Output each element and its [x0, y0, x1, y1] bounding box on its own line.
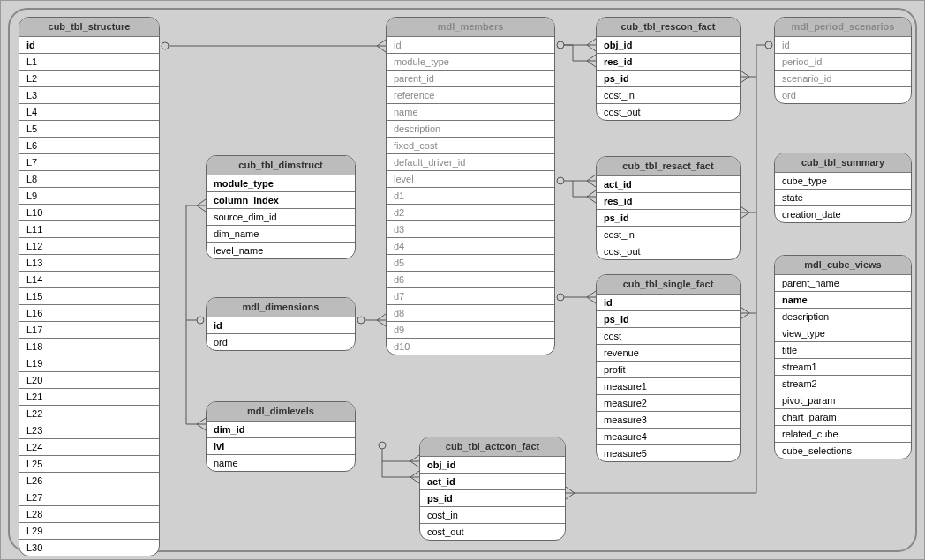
column-measure3: measure3	[597, 412, 740, 429]
column-name: name	[207, 455, 355, 471]
column-dim-id: dim_id	[207, 422, 355, 438]
entity-cub-tbl-dimstruct[interactable]: cub_tbl_dimstructmodule_typecolumn_index…	[206, 155, 356, 259]
column-period-id: period_id	[775, 54, 911, 71]
entity-header: cub_tbl_structure	[19, 18, 159, 37]
column-stream2: stream2	[775, 376, 911, 392]
column-L16: L16	[19, 305, 159, 322]
column-profit: profit	[597, 362, 740, 378]
column-module-type: module_type	[207, 175, 355, 192]
entity-header: mdl_dimensions	[207, 298, 355, 317]
column-measure2: measure2	[597, 395, 740, 412]
column-res-id: res_id	[597, 54, 740, 71]
column-related-cube: related_cube	[775, 426, 911, 443]
column-title: title	[775, 342, 911, 359]
column-L12: L12	[19, 238, 159, 255]
column-name: name	[775, 292, 911, 309]
column-d2: d2	[387, 205, 554, 221]
column-cost-out: cost_out	[420, 524, 565, 540]
entity-cub-tbl-rescon-fact[interactable]: cub_tbl_rescon_factobj_idres_idps_idcost…	[596, 17, 741, 121]
column-act-id: act_id	[420, 474, 565, 490]
entity-mdl-period-scenarios[interactable]: mdl_period_scenariosidperiod_idscenario_…	[774, 17, 912, 104]
entity-mdl-dimlevels[interactable]: mdl_dimlevelsdim_idlvlname	[206, 401, 356, 472]
column-d10: d10	[387, 339, 554, 355]
column-name: name	[387, 104, 554, 121]
column-parent-name: parent_name	[775, 275, 911, 292]
column-fixed-cost: fixed_cost	[387, 138, 554, 154]
column-L6: L6	[19, 138, 159, 154]
column-ps-id: ps_id	[597, 311, 740, 328]
column-cost: cost	[597, 328, 740, 345]
column-module-type: module_type	[387, 54, 554, 71]
column-d4: d4	[387, 238, 554, 255]
column-creation-date: creation_date	[775, 206, 911, 222]
column-reference: reference	[387, 87, 554, 104]
column-d9: d9	[387, 322, 554, 339]
entity-header: cub_tbl_summary	[775, 153, 911, 173]
column-L20: L20	[19, 372, 159, 389]
column-lvl: lvl	[207, 438, 355, 455]
column-id: id	[597, 295, 740, 311]
column-cost-in: cost_in	[597, 87, 740, 104]
column-cost-in: cost_in	[597, 227, 740, 243]
entity-cub-tbl-summary[interactable]: cub_tbl_summarycube_typestatecreation_da…	[774, 153, 912, 223]
column-description: description	[775, 309, 911, 325]
column-L26: L26	[19, 473, 159, 489]
column-id: id	[207, 317, 355, 334]
column-id: id	[19, 37, 159, 54]
entity-header: mdl_cube_views	[775, 256, 911, 275]
column-view-type: view_type	[775, 325, 911, 342]
entity-header: cub_tbl_rescon_fact	[597, 18, 740, 37]
column-source-dim-id: source_dim_id	[207, 209, 355, 226]
column-level: level	[387, 171, 554, 188]
column-default-driver-id: default_driver_id	[387, 154, 554, 171]
column-L3: L3	[19, 87, 159, 104]
column-L24: L24	[19, 439, 159, 456]
column-L27: L27	[19, 489, 159, 506]
column-description: description	[387, 121, 554, 138]
column-obj-id: obj_id	[597, 37, 740, 54]
column-L18: L18	[19, 339, 159, 355]
column-dim-name: dim_name	[207, 226, 355, 243]
column-L22: L22	[19, 406, 159, 422]
column-L7: L7	[19, 154, 159, 171]
column-measure1: measure1	[597, 378, 740, 395]
column-ps-id: ps_id	[597, 210, 740, 227]
entity-header: cub_tbl_resact_fact	[597, 157, 740, 176]
column-cube-selections: cube_selections	[775, 443, 911, 459]
column-L23: L23	[19, 422, 159, 439]
entity-cub-tbl-structure[interactable]: cub_tbl_structureidL1L2L3L4L5L6L7L8L9L10…	[19, 17, 160, 556]
entity-header: mdl_dimlevels	[207, 402, 355, 422]
entity-cub-tbl-single-fact[interactable]: cub_tbl_single_factidps_idcostrevenuepro…	[596, 274, 741, 462]
entity-header: cub_tbl_dimstruct	[207, 156, 355, 175]
entity-cub-tbl-resact-fact[interactable]: cub_tbl_resact_factact_idres_idps_idcost…	[596, 156, 741, 260]
column-ps-id: ps_id	[420, 490, 565, 507]
entity-mdl-cube-views[interactable]: mdl_cube_viewsparent_namenamedescription…	[774, 255, 912, 459]
column-cost-in: cost_in	[420, 507, 565, 524]
column-chart-param: chart_param	[775, 409, 911, 426]
column-d7: d7	[387, 288, 554, 305]
column-state: state	[775, 190, 911, 206]
column-scenario-id: scenario_id	[775, 71, 911, 87]
column-ps-id: ps_id	[597, 71, 740, 87]
entity-mdl-dimensions[interactable]: mdl_dimensionsidord	[206, 297, 356, 351]
entity-header: mdl_members	[387, 18, 554, 37]
column-L17: L17	[19, 322, 159, 339]
er-diagram-canvas: cub_tbl_structureidL1L2L3L4L5L6L7L8L9L10…	[0, 0, 925, 560]
column-ord: ord	[775, 87, 911, 103]
column-L19: L19	[19, 355, 159, 372]
column-L15: L15	[19, 288, 159, 305]
column-pivot-param: pivot_param	[775, 392, 911, 409]
column-parent-id: parent_id	[387, 71, 554, 87]
column-d3: d3	[387, 221, 554, 238]
column-L13: L13	[19, 255, 159, 272]
column-d5: d5	[387, 255, 554, 272]
column-revenue: revenue	[597, 345, 740, 362]
column-L29: L29	[19, 523, 159, 540]
column-d1: d1	[387, 188, 554, 205]
column-id: id	[775, 37, 911, 54]
entity-cub-tbl-actcon-fact[interactable]: cub_tbl_actcon_factobj_idact_idps_idcost…	[419, 437, 566, 541]
column-cube-type: cube_type	[775, 173, 911, 190]
entity-header: cub_tbl_single_fact	[597, 275, 740, 295]
column-cost-out: cost_out	[597, 104, 740, 120]
entity-mdl-members[interactable]: mdl_membersidmodule_typeparent_idreferen…	[386, 17, 555, 355]
